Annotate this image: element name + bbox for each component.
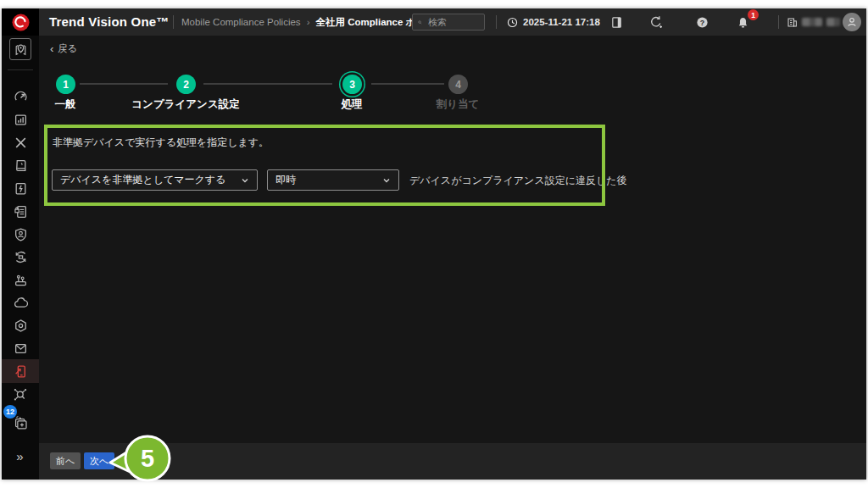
sidebar-item-policy-management[interactable]: [2, 200, 39, 223]
timing-dropdown-value: 即時: [275, 173, 296, 187]
attack-surface-cycle-icon: [14, 250, 28, 264]
breadcrumb-separator: ›: [307, 17, 310, 27]
step-1-circle[interactable]: 1: [56, 75, 75, 94]
reports-chart-icon: [14, 113, 28, 127]
step-2-label: コンプライアンス設定: [131, 97, 239, 112]
sidebar-item-attack-surface[interactable]: [2, 246, 39, 269]
network-magnifier-icon: [13, 387, 28, 402]
product-title: Trend Vision One™: [49, 8, 169, 36]
sidebar-item-identity-security[interactable]: [2, 223, 39, 246]
sidebar-item-dashboard[interactable]: [2, 86, 39, 108]
sidebar-item-threat-intelligence[interactable]: [2, 154, 39, 177]
violation-suffix-text: デバイスがコンプライアンス設定に違反した後: [409, 174, 627, 188]
sidebar-item-email-security[interactable]: [2, 337, 39, 360]
sidebar-item-xdr[interactable]: [2, 131, 39, 154]
sidebar-item-reports[interactable]: [2, 108, 39, 131]
sidebar-divider: [8, 69, 33, 70]
svg-text:?: ?: [699, 18, 704, 26]
email-envelope-icon: [14, 341, 28, 356]
sidebar-item-security-operations[interactable]: [2, 269, 39, 291]
trend-micro-logo-icon: [12, 14, 30, 31]
step-4-circle: 4: [448, 75, 468, 94]
step-connector: [371, 83, 444, 85]
breadcrumb: Mobile Compliance Policies › 全社用 Complia…: [181, 8, 445, 36]
policy-document-lock-icon: [14, 204, 28, 219]
help-button[interactable]: ?: [691, 8, 713, 36]
breadcrumb-section[interactable]: Mobile Compliance Policies: [181, 17, 301, 27]
automation-bolt-icon: [14, 181, 28, 196]
timing-dropdown[interactable]: 即時: [267, 169, 399, 191]
sidebar-expand-button[interactable]: »: [2, 445, 39, 468]
step-3-label: 処理: [342, 97, 363, 112]
xdr-x-icon: [14, 136, 28, 150]
tenant-name-redacted: [826, 18, 840, 26]
previous-button[interactable]: 前へ: [50, 452, 81, 469]
step-4-label: 割り当て: [437, 97, 480, 112]
datetime-group: 2025-11-21 17:18: [507, 8, 600, 36]
help-icon: ?: [696, 16, 709, 29]
chevron-down-icon: [382, 176, 391, 185]
user-avatar-icon: [846, 16, 858, 28]
map-pin-icon: [14, 42, 28, 57]
release-notes-button[interactable]: [605, 8, 627, 36]
dashboard-gauge-icon: [14, 90, 28, 104]
step-1-label: 一般: [55, 97, 76, 112]
tenant-name-redacted: [802, 18, 822, 26]
mobile-security-phone-icon: [14, 364, 28, 379]
global-search[interactable]: [412, 14, 485, 30]
action-dropdown-value: デバイスを非準拠としてマークする: [60, 173, 225, 187]
marketplace-addons-icon: [13, 415, 28, 430]
step-connector: [80, 83, 168, 85]
notifications-bell-icon: [737, 16, 749, 29]
release-notes-icon: [610, 16, 623, 29]
chevron-down-icon: [241, 176, 249, 185]
sidebar-item-cloud-security[interactable]: [2, 291, 39, 314]
wizard-footer-bar: [39, 443, 866, 480]
current-datetime: 2025-11-21 17:18: [523, 17, 600, 27]
sidebar-item-marketplace-addons[interactable]: 12: [2, 411, 39, 434]
next-button[interactable]: 次へ: [84, 452, 114, 469]
chevron-double-right-icon: »: [16, 449, 24, 463]
addons-count-badge: 12: [3, 405, 17, 419]
operations-console-icon: [14, 273, 28, 287]
tenant-selector[interactable]: [787, 8, 840, 36]
header-divider: [778, 15, 779, 29]
search-input[interactable]: [426, 16, 479, 28]
notification-count-badge: 1: [748, 9, 759, 20]
whats-new-icon: [649, 15, 663, 29]
threat-intel-book-icon: [14, 158, 28, 173]
back-link-label: 戻る: [58, 42, 77, 55]
user-avatar[interactable]: [843, 13, 861, 31]
action-dropdown[interactable]: デバイスを非準拠としてマークする: [52, 169, 258, 191]
company-icon: [787, 17, 798, 28]
chevron-left-icon: ‹: [50, 42, 53, 55]
header-divider: [496, 15, 497, 29]
top-header-bar: Trend Vision One™ Mobile Compliance Poli…: [2, 8, 866, 36]
cloud-security-icon: [14, 296, 28, 310]
back-link[interactable]: ‹ 戻る: [50, 42, 78, 55]
sidebar-item-pinned-app[interactable]: [9, 38, 31, 60]
sidebar-item-network-security[interactable]: [2, 314, 39, 337]
action-instruction-text: 非準拠デバイスで実行する処理を指定します。: [53, 136, 269, 150]
network-hex-gear-icon: [14, 319, 28, 333]
sidebar-item-mobile-security[interactable]: [2, 359, 39, 383]
sidebar-item-service-discovery[interactable]: [2, 383, 39, 406]
main-content: ‹ 戻る 1 2 3 4 一般 コンプライアンス設定 処理 割り当て 非準拠デバ…: [39, 36, 866, 480]
trend-micro-logo[interactable]: [2, 8, 39, 36]
left-nav-sidebar: 12 »: [2, 36, 39, 480]
app-window: Trend Vision One™ Mobile Compliance Poli…: [2, 8, 866, 480]
step-connector: [203, 83, 332, 85]
step-2-circle[interactable]: 2: [176, 75, 196, 94]
identity-shield-icon: [14, 227, 28, 241]
step-3-circle[interactable]: 3: [342, 75, 362, 94]
sidebar-item-workflow-automation[interactable]: [2, 177, 39, 200]
clock-icon: [507, 17, 518, 28]
whats-new-button[interactable]: [645, 8, 667, 36]
search-icon: [418, 18, 422, 27]
header-divider: [173, 15, 174, 29]
